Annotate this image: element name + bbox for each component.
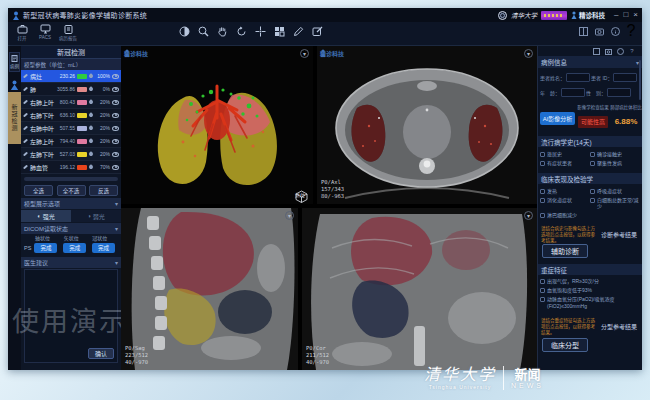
checkbox[interactable] [540, 189, 545, 194]
visibility-eye-icon[interactable] [112, 139, 119, 144]
checkbox[interactable] [540, 198, 545, 203]
patient-name-input[interactable] [566, 73, 590, 82]
epi-checkbox-travel[interactable]: 旅居史 [540, 151, 590, 158]
clinical-checkbox-respiratory[interactable]: 呼吸道症状 [590, 188, 641, 195]
clinical-typing-button[interactable]: 临床分型 [542, 338, 588, 352]
weak-light-tab[interactable]: ◑弱光 [71, 210, 121, 222]
open-study-button[interactable]: 打开 [11, 24, 33, 41]
sidebar-active-tab[interactable]: 新冠检测 [21, 46, 121, 59]
layer-color-swatch[interactable] [77, 165, 87, 170]
info-icon[interactable] [610, 26, 620, 36]
visibility-eye-icon[interactable] [112, 165, 119, 170]
visibility-eye-icon[interactable] [112, 74, 119, 79]
pacs-button[interactable]: PACS [34, 24, 56, 40]
visibility-eye-icon[interactable] [112, 113, 119, 118]
checkbox[interactable] [590, 198, 595, 203]
ai-analysis-button[interactable]: AI影像分析 [540, 112, 575, 125]
layer-row-lul[interactable]: 左肺上叶 794.40 20% [21, 135, 121, 148]
assist-diagnosis-button[interactable]: 辅助诊断 [542, 244, 588, 258]
clinical-checkbox-fever[interactable]: 发热 [540, 188, 590, 195]
window-level-contrast-icon[interactable] [178, 25, 191, 38]
viewport-menu-button[interactable]: ▾ [524, 49, 533, 58]
screen-layout-icon[interactable] [578, 26, 588, 36]
annotate-pencil-icon[interactable] [292, 25, 305, 38]
layer-row-lll[interactable]: 左肺下叶 527.03 20% [21, 148, 121, 161]
gender-input[interactable] [607, 88, 631, 97]
select-none-button[interactable]: 全不选 [57, 185, 86, 196]
layer-row-lung[interactable]: 肺 3055.86 0% [21, 83, 121, 96]
strong-light-tab[interactable]: ◐强光 [21, 210, 71, 222]
checkbox[interactable] [540, 213, 545, 218]
severe-checkbox-spo2[interactable]: 血氧饱和度低于93% [540, 287, 641, 294]
maximize-button[interactable]: □ [623, 11, 628, 19]
patient-id-input[interactable] [613, 73, 637, 82]
layer-color-swatch[interactable] [77, 139, 87, 144]
select-all-button[interactable]: 全选 [24, 185, 53, 196]
epi-checkbox-cluster[interactable]: 聚集性发病 [590, 160, 641, 167]
case-info-header[interactable]: 病例信息▾ [538, 56, 642, 68]
layer-row-rll[interactable]: 右肺下叶 636.10 20% [21, 109, 121, 122]
doctor-advice-textarea[interactable]: 确认 [24, 269, 118, 363]
dicom-status-header[interactable]: DICOM读取状态▾ [21, 223, 121, 234]
viewport-coronal-ct[interactable]: ▾ P0/Cor 211/512 40/-970 [302, 208, 537, 370]
covid-detect-vertical-tab[interactable]: 新冠检测 [8, 92, 21, 144]
crosshair-icon[interactable] [254, 25, 267, 38]
clinical-checkbox-lymphocyte[interactable]: 淋巴细胞减少 [540, 212, 590, 219]
axial-done-button[interactable]: 完成 [34, 243, 57, 253]
clinical-checkbox-wbc[interactable]: 白细胞总数正常/减少 [590, 197, 641, 210]
display-options-header[interactable]: 模型展示选项▾ [21, 198, 121, 209]
visibility-eye-icon[interactable] [112, 152, 119, 157]
coronal-done-button[interactable]: 完成 [92, 243, 115, 253]
layer-color-swatch[interactable] [77, 113, 87, 118]
doctor-advice-header[interactable]: 医生建议▾ [21, 257, 121, 268]
severe-checkbox-rr[interactable]: 出现气促，RR≥30次/分 [540, 278, 641, 285]
panel-capture-icon[interactable] [604, 47, 612, 55]
layout-grid-icon[interactable] [273, 25, 286, 38]
checkbox[interactable] [540, 297, 545, 302]
layer-color-swatch[interactable] [77, 87, 87, 92]
panel-help-icon[interactable]: ? [628, 47, 636, 55]
layer-color-swatch[interactable] [77, 100, 87, 105]
panel-scrollbar[interactable] [639, 60, 641, 100]
panel-info-icon[interactable] [616, 47, 624, 55]
viewport-axial-ct[interactable]: 精诊科技 ▾ P0/Axl 157/343 80/-963 [317, 46, 537, 206]
help-icon[interactable]: ? [626, 26, 636, 36]
checkbox[interactable] [590, 152, 595, 157]
case-report-button[interactable]: 病历报告 [57, 24, 79, 41]
epi-checkbox-contact[interactable]: 确诊接触史 [590, 151, 641, 158]
opacity-slider[interactable] [24, 177, 118, 181]
checkbox[interactable] [540, 161, 545, 166]
layer-row-rml[interactable]: 右肺中叶 507.55 20% [21, 122, 121, 135]
sagittal-done-button[interactable]: 完成 [63, 243, 86, 253]
age-input[interactable] [561, 88, 585, 97]
layer-row-rul[interactable]: 右肺上叶 800.43 20% [21, 96, 121, 109]
viewport-3d-render[interactable]: 精诊科技 ▾ 复位 [121, 46, 315, 206]
layer-row-vessels[interactable]: 肺血管 196.12 70% [21, 161, 121, 174]
checkbox[interactable] [590, 161, 595, 166]
visibility-eye-icon[interactable] [112, 100, 119, 105]
capture-icon[interactable] [594, 26, 604, 36]
edit-report-icon[interactable] [311, 25, 324, 38]
clinical-checkbox-digestive[interactable]: 消化道症状 [540, 197, 590, 210]
checkbox[interactable] [590, 189, 595, 194]
visibility-eye-icon[interactable] [112, 126, 119, 131]
close-button[interactable]: × [633, 11, 638, 19]
layer-color-swatch[interactable] [77, 152, 87, 157]
rotate-icon[interactable] [235, 25, 248, 38]
layer-color-swatch[interactable] [77, 74, 87, 79]
viewport-menu-button[interactable]: ▾ [300, 49, 309, 58]
visibility-eye-icon[interactable] [112, 87, 119, 92]
panel-layout-icon[interactable] [592, 47, 600, 55]
checkbox[interactable] [540, 279, 545, 284]
viewport-menu-button[interactable]: ▾ [285, 211, 294, 220]
pan-hand-icon[interactable] [216, 25, 229, 38]
checkbox[interactable] [540, 152, 545, 157]
case-list-button[interactable]: 病例 [9, 52, 20, 72]
minimize-button[interactable]: – [614, 11, 618, 19]
viewport-menu-button[interactable]: ▾ [524, 211, 533, 220]
layer-row-lesion[interactable]: 病灶 230.26 100% [21, 70, 121, 83]
confirm-button[interactable]: 确认 [88, 348, 114, 359]
invert-selection-button[interactable]: 反选 [89, 185, 118, 196]
severe-checkbox-pao2[interactable]: 动脉血氧分压(PaO2)/吸氧浓度(FiO2)≤300mmHg [540, 296, 641, 309]
reset-view-button[interactable]: 复位 [295, 190, 305, 198]
